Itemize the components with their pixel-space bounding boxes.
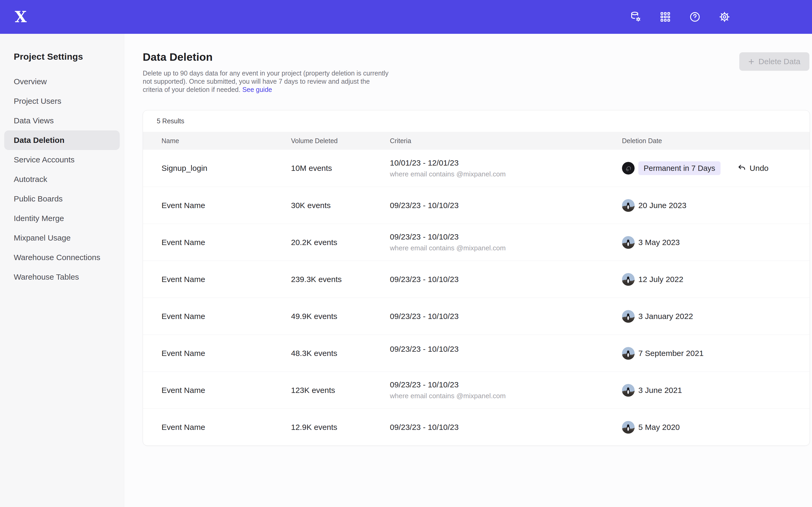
deletion-date: 3 May 2023 bbox=[638, 238, 680, 247]
row-volume-deleted: 49.9K events bbox=[291, 312, 390, 321]
penguin-avatar bbox=[622, 384, 635, 397]
sidebar-nav-list: Overview Project Users Data Views Data D… bbox=[0, 72, 124, 287]
penguin-avatar bbox=[622, 347, 635, 360]
sidebar-item-label: Service Accounts bbox=[14, 155, 74, 164]
row-criteria: 09/23/23 - 10/10/23 bbox=[390, 275, 622, 284]
table-row: Event Name 12.9K events 09/23/23 - 10/10… bbox=[143, 408, 810, 446]
row-volume-deleted: 12.9K events bbox=[291, 423, 390, 432]
row-event-name: Signup_login bbox=[161, 164, 291, 173]
row-criteria: 09/23/23 - 10/10/23 bbox=[390, 345, 622, 353]
sidebar-item-identity-merge[interactable]: Identity Merge bbox=[4, 209, 120, 228]
deletion-date: 12 July 2022 bbox=[638, 275, 683, 284]
mixpanel-logo[interactable]: X bbox=[15, 9, 27, 24]
row-volume-deleted: 30K events bbox=[291, 201, 390, 210]
row-criteria-range: 09/23/23 - 10/10/23 bbox=[390, 345, 622, 353]
row-criteria-subtext: where email contains @mixpanel.com bbox=[390, 392, 622, 400]
topbar: X bbox=[0, 0, 812, 34]
row-criteria: 10/01/23 - 12/01/23 where email contains… bbox=[390, 158, 622, 178]
row-event-name: Event Name bbox=[161, 201, 291, 210]
undo-label: Undo bbox=[750, 164, 769, 173]
help-icon[interactable] bbox=[689, 11, 701, 23]
table-row: Event Name 48.3K events 09/23/23 - 10/10… bbox=[143, 335, 810, 372]
sidebar-item-data-views[interactable]: Data Views bbox=[4, 111, 120, 130]
row-volume-deleted: 239.3K events bbox=[291, 275, 390, 284]
row-criteria: 09/23/23 - 10/10/23 bbox=[390, 423, 622, 432]
topbar-icons bbox=[629, 11, 730, 23]
column-header-volume-deleted: Volume Deleted bbox=[291, 137, 390, 145]
column-header-name: Name bbox=[161, 137, 291, 145]
page-title: Data Deletion bbox=[143, 51, 810, 63]
table-row: Event Name 20.2K events 09/23/23 - 10/10… bbox=[143, 224, 810, 261]
deletion-date: 7 September 2021 bbox=[638, 349, 704, 358]
table-row: Event Name 30K events 09/23/23 - 10/10/2… bbox=[143, 187, 810, 224]
row-event-name: Event Name bbox=[161, 423, 291, 432]
row-deletion-date-cell: 3 June 2021 bbox=[622, 384, 810, 397]
sidebar-item-label: Data Views bbox=[14, 116, 54, 125]
row-volume-deleted: 10M events bbox=[291, 164, 390, 173]
row-event-name: Event Name bbox=[161, 386, 291, 395]
sidebar-item-warehouse-tables[interactable]: Warehouse Tables bbox=[4, 267, 120, 287]
page-description: Delete up to 90 days data for any event … bbox=[143, 69, 390, 94]
sidebar-item-service-accounts[interactable]: Service Accounts bbox=[4, 150, 120, 170]
results-count: 5 Results bbox=[143, 110, 810, 132]
row-criteria: 09/23/23 - 10/10/23 where email contains… bbox=[390, 380, 622, 400]
see-guide-link[interactable]: See guide bbox=[242, 86, 272, 93]
row-deletion-date-cell: 7 September 2021 bbox=[622, 347, 810, 360]
row-criteria: 09/23/23 - 10/10/23 bbox=[390, 201, 622, 210]
row-criteria-subtext: where email contains @mixpanel.com bbox=[390, 244, 622, 252]
undo-icon bbox=[737, 163, 747, 173]
table-row: Event Name 49.9K events 09/23/23 - 10/10… bbox=[143, 298, 810, 335]
sidebar-item-label: Public Boards bbox=[14, 194, 63, 203]
data-settings-icon[interactable] bbox=[629, 11, 642, 23]
row-criteria-range: 09/23/23 - 10/10/23 bbox=[390, 380, 622, 389]
delete-data-button[interactable]: + Delete Data bbox=[739, 52, 809, 71]
row-volume-deleted: 123K events bbox=[291, 386, 390, 395]
sidebar-item-label: Identity Merge bbox=[14, 214, 64, 223]
sidebar-item-label: Warehouse Connections bbox=[14, 253, 100, 262]
sidebar-item-public-boards[interactable]: Public Boards bbox=[4, 189, 120, 209]
status-badge: Permanent in 7 Days bbox=[638, 161, 720, 175]
sidebar-item-overview[interactable]: Overview bbox=[4, 72, 120, 91]
user-avatar bbox=[622, 162, 635, 175]
sidebar-item-mixpanel-usage[interactable]: Mixpanel Usage bbox=[4, 228, 120, 248]
sidebar-item-warehouse-connections[interactable]: Warehouse Connections bbox=[4, 248, 120, 267]
settings-icon[interactable] bbox=[718, 11, 730, 23]
row-event-name: Event Name bbox=[161, 312, 291, 321]
sidebar-item-label: Overview bbox=[14, 77, 47, 86]
row-volume-deleted: 48.3K events bbox=[291, 349, 390, 358]
sidebar-item-autotrack[interactable]: Autotrack bbox=[4, 170, 120, 189]
row-criteria-range: 09/23/23 - 10/10/23 bbox=[390, 423, 622, 432]
deletion-date: 3 June 2021 bbox=[638, 386, 682, 395]
row-event-name: Event Name bbox=[161, 349, 291, 358]
table-body: Signup_login 10M events 10/01/23 - 12/01… bbox=[143, 150, 810, 446]
column-header-criteria: Criteria bbox=[390, 137, 622, 145]
row-criteria: 09/23/23 - 10/10/23 bbox=[390, 312, 622, 321]
penguin-avatar bbox=[622, 236, 635, 249]
sidebar-item-label: Autotrack bbox=[14, 175, 47, 184]
row-volume-deleted: 20.2K events bbox=[291, 238, 390, 247]
undo-button[interactable]: Undo bbox=[737, 163, 769, 173]
plus-icon: + bbox=[748, 57, 754, 66]
row-criteria-range: 09/23/23 - 10/10/23 bbox=[390, 201, 622, 210]
sidebar-item-label: Data Deletion bbox=[14, 136, 64, 145]
row-deletion-date-cell: 3 January 2022 bbox=[622, 310, 810, 323]
penguin-avatar bbox=[622, 421, 635, 434]
row-criteria-range: 09/23/23 - 10/10/23 bbox=[390, 232, 622, 241]
penguin-avatar bbox=[622, 199, 635, 212]
sidebar-item-label: Project Users bbox=[14, 97, 61, 106]
row-deletion-date-cell: Permanent in 7 Days Undo bbox=[622, 161, 810, 175]
row-deletion-date-cell: 5 May 2020 bbox=[622, 421, 810, 434]
penguin-avatar bbox=[622, 273, 635, 286]
row-event-name: Event Name bbox=[161, 238, 291, 247]
row-criteria-range: 10/01/23 - 12/01/23 bbox=[390, 158, 622, 167]
sidebar-item-project-users[interactable]: Project Users bbox=[4, 91, 120, 111]
apps-grid-icon[interactable] bbox=[659, 11, 671, 23]
main-content: Data Deletion Delete up to 90 days data … bbox=[124, 34, 812, 507]
column-header-deletion-date: Deletion Date bbox=[622, 137, 810, 145]
sidebar-item-data-deletion[interactable]: Data Deletion bbox=[4, 130, 120, 150]
row-criteria-range: 09/23/23 - 10/10/23 bbox=[390, 275, 622, 284]
deletion-date: 20 June 2023 bbox=[638, 201, 687, 210]
project-settings-sidebar: Project Settings Overview Project Users … bbox=[0, 34, 124, 507]
row-criteria-subtext: where email contains @mixpanel.com bbox=[390, 170, 622, 178]
row-criteria: 09/23/23 - 10/10/23 where email contains… bbox=[390, 232, 622, 252]
